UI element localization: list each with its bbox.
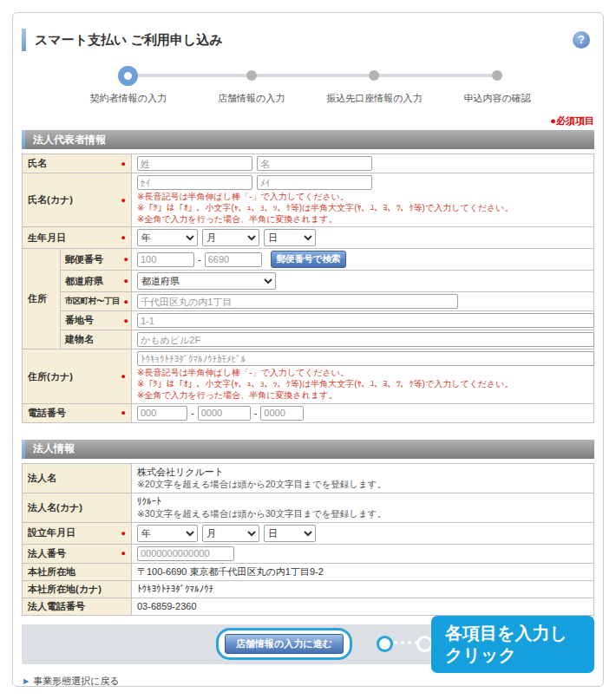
title-accent-bar	[22, 29, 26, 51]
progress-stepper: 契約者情報の入力 店舗情報の入力 振込先口座情報の入力 申込内容の確認	[67, 65, 559, 110]
hq-address-kana-label: 本社所在地(カナ)	[28, 584, 102, 594]
banchi-input[interactable]	[137, 313, 594, 328]
connector-circle-left	[377, 636, 393, 652]
first-name-input[interactable]	[257, 156, 372, 171]
required-dot: ●	[121, 196, 126, 205]
corp-name-label: 法人名	[28, 473, 56, 483]
kana-note-1: ※長音記号は半角伸ばし棒「-」で入力してください。	[137, 192, 588, 203]
required-dot: ●	[124, 317, 128, 325]
first-name-kana-input[interactable]	[257, 175, 372, 190]
zipcode-input-2[interactable]	[205, 252, 262, 267]
hq-address-value: 〒100-6690 東京都千代田区丸の内1丁目9-2	[137, 565, 588, 578]
table-row-corp-name: 法人名 株式会社リクルート ※20文字を超える場合は頭から20文字目までを登録し…	[23, 463, 594, 493]
kana-note-2: ※「ｦ」は「ｵ」、小文字(ｬ、ｭ、ｮ、ｯ、ｹ等)は半角大文字(ﾔ、ﾕ、ﾖ、ﾂ、ｹ…	[137, 203, 588, 214]
phone-input-3[interactable]	[260, 406, 304, 421]
zipcode-search-button[interactable]: 郵便番号で検索	[271, 251, 347, 268]
callout-line-2: クリック	[445, 644, 580, 666]
name-label: 氏名	[28, 157, 47, 170]
back-link[interactable]: 事業形態選択に戻る	[33, 675, 120, 687]
founded-date-label: 設立年月日	[28, 526, 75, 539]
table-row-corp-name-kana: 法人名(カナ) ﾘｸﾙｰﾄ ※30文字を超える場合は頭から30文字目までを登録し…	[23, 493, 594, 522]
section-header-corporate: 法人情報	[22, 440, 594, 459]
birth-month-select[interactable]: 月	[202, 229, 259, 246]
table-row-corp-phone: 法人電話番号 03-6859-2360	[23, 598, 594, 615]
birth-year-select[interactable]: 年	[137, 229, 198, 246]
corp-phone-label: 法人電話番号	[28, 601, 85, 611]
corporate-info-table: 法人名 株式会社リクルート ※20文字を超える場合は頭から20文字目までを登録し…	[22, 463, 594, 616]
founded-month-select[interactable]: 月	[202, 525, 259, 542]
table-row-corp-number: 法人番号●	[23, 544, 594, 563]
city-input[interactable]	[137, 294, 458, 309]
corp-name-note: ※20文字を超える場合は頭から20文字目までを登録します。	[137, 479, 588, 491]
table-row-founded-date: 設立年月日● 年 月 日	[23, 522, 594, 544]
last-name-input[interactable]	[137, 156, 252, 171]
corp-name-kana-note: ※30文字を超える場合は頭から30文字目までを登録します。	[137, 508, 588, 520]
corp-number-input[interactable]	[137, 546, 234, 561]
required-dot: ●	[124, 255, 128, 264]
hq-address-label: 本社所在地	[28, 566, 75, 577]
step-dot	[246, 70, 257, 81]
address-kana-label: 住所(カナ)	[28, 370, 73, 383]
back-link-row[interactable]: ▶ 事業形態選択に戻る	[22, 675, 594, 687]
table-row-building: 建物名	[23, 330, 594, 350]
birthdate-label: 生年月日	[28, 232, 66, 245]
button-highlight-annotation: 店舗情報の入力に進む	[216, 628, 352, 660]
founded-year-select[interactable]: 年	[137, 525, 198, 542]
representative-info-table: 氏名● 氏名(カナ)● ※長音記号は半角伸ばし棒「-」で入力してください。 ※「…	[22, 154, 594, 423]
address-kana-input[interactable]	[137, 351, 594, 366]
phone-separator: -	[254, 408, 258, 418]
section-title: 法人代表者情報	[33, 133, 106, 147]
callout-line-1: 各項目を入力し	[445, 623, 580, 644]
required-dot: ●	[121, 372, 126, 381]
building-input[interactable]	[137, 332, 594, 347]
city-label: 市区町村〜丁目	[65, 296, 120, 307]
step-bank-account-info: 振込先口座情報の入力	[313, 65, 436, 105]
required-dot: ●	[121, 160, 126, 168]
table-row-banchi: 番地号●	[23, 311, 594, 330]
table-row-address-kana: 住所(カナ)● ※長音記号は半角伸ばし棒「-」で入力してください。 ※「ｦ」は「…	[23, 350, 594, 403]
table-row-city: 市区町村〜丁目●	[23, 292, 594, 311]
required-dot: ●	[121, 233, 126, 242]
step-dot-active	[118, 66, 138, 86]
next-step-button[interactable]: 店舗情報の入力に進む	[225, 634, 344, 654]
kana-note-1: ※長音記号は半角伸ばし棒「-」で入力してください。	[137, 368, 588, 379]
corp-name-value: 株式会社リクルート	[137, 466, 588, 478]
founded-day-select[interactable]: 日	[264, 525, 316, 542]
section-accent-bar	[22, 440, 25, 459]
table-row-zipcode: 住所 郵便番号● - 郵便番号で検索	[23, 249, 594, 271]
page-title: スマート支払い ご利用申し込み	[35, 32, 573, 49]
phone-input-2[interactable]	[198, 406, 251, 421]
prefecture-select[interactable]: 都道府県	[137, 272, 276, 290]
birth-day-select[interactable]: 日	[264, 229, 316, 246]
table-row-phone: 電話番号● - -	[23, 403, 594, 422]
step-confirmation: 申込内容の確認	[436, 65, 559, 105]
step-label: 申込内容の確認	[463, 92, 530, 105]
kana-note-3: ※全角で入力を行った場合、半角に変換されます。	[137, 390, 588, 402]
action-bar: 店舗情報の入力に進む 各項目を入力し クリック	[22, 624, 594, 664]
table-row-birthdate: 生年月日● 年 月 日	[23, 227, 594, 249]
help-icon[interactable]: ?	[573, 31, 590, 49]
section-header-representative: 法人代表者情報	[22, 130, 594, 149]
required-dot: ●	[121, 408, 126, 417]
corp-number-label: 法人番号	[28, 547, 66, 560]
required-dot: ●	[124, 297, 128, 306]
building-label: 建物名	[65, 334, 94, 344]
step-contractor-info: 契約者情報の入力	[67, 65, 190, 105]
phone-input-1[interactable]	[137, 406, 187, 421]
zipcode-input-1[interactable]	[137, 252, 194, 267]
required-dot: ●	[124, 277, 128, 285]
kana-note-3: ※全角で入力を行った場合、半角に変換されます。	[137, 214, 588, 225]
required-dot: ●	[121, 549, 126, 558]
prefecture-label: 都道府県	[65, 275, 103, 288]
step-label: 店舗情報の入力	[218, 92, 285, 105]
zipcode-label: 郵便番号	[65, 253, 103, 266]
step-label: 契約者情報の入力	[90, 92, 167, 105]
zipcode-separator: -	[198, 254, 201, 265]
name-kana-label: 氏名(カナ)	[28, 193, 73, 206]
required-dot: ●	[121, 529, 126, 538]
section-accent-bar	[22, 130, 25, 149]
phone-label: 電話番号	[28, 407, 66, 420]
last-name-kana-input[interactable]	[137, 175, 252, 190]
step-dot	[492, 70, 502, 81]
section-title: 法人情報	[33, 441, 75, 456]
